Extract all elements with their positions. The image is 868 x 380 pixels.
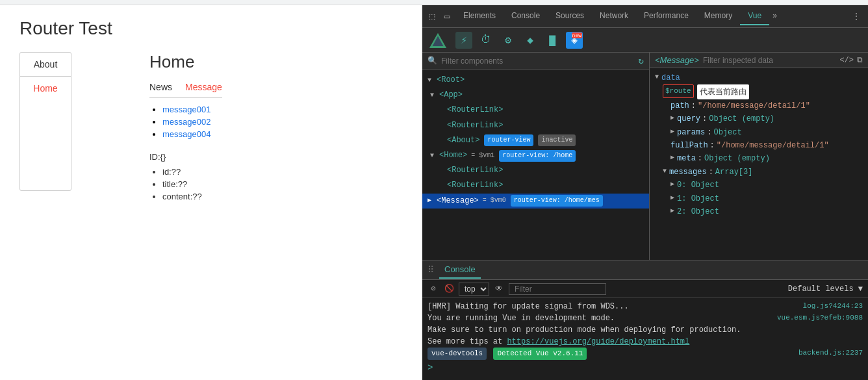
tree-item-message[interactable]: ▶ <Message> = $vm0 router-view: /home/me…: [422, 194, 649, 209]
drag-handle[interactable]: ⠿: [428, 264, 434, 275]
settings-tool-button[interactable]: ⚙: [500, 32, 517, 49]
expand-icon[interactable]: ▶: [670, 112, 674, 123]
console-text: [HMR] Waiting for update signal from WDS…: [428, 301, 797, 312]
console-source[interactable]: vue.esm.js?efeb:9088: [777, 312, 863, 324]
console-tab[interactable]: Console: [439, 261, 481, 279]
params-val: Object: [713, 126, 741, 139]
default-levels-dropdown[interactable]: Default levels ▼: [788, 285, 863, 294]
new-feature-button[interactable]: ◈ new: [566, 32, 583, 49]
tab-network[interactable]: Network: [592, 7, 636, 25]
message-link[interactable]: message002: [162, 117, 211, 127]
fullpath-val: "/home/message/detail/1": [717, 139, 829, 152]
tree-item-routerlink1[interactable]: <RouterLink>: [422, 103, 649, 118]
messages-type: Array[3]: [715, 166, 753, 179]
tab-console[interactable]: Console: [504, 7, 548, 25]
context-select[interactable]: top: [459, 283, 489, 296]
tree-item-routerlink3[interactable]: <RouterLink>: [422, 163, 649, 178]
query-key: query: [677, 112, 700, 125]
component-filter-input[interactable]: [441, 57, 635, 66]
message-link[interactable]: message004: [162, 129, 211, 139]
console-source[interactable]: backend.js:2237: [798, 348, 863, 360]
device-icon[interactable]: ▭: [440, 10, 453, 23]
arrow-icon: ▼: [428, 75, 435, 86]
console-filter-input[interactable]: [509, 283, 606, 295]
tab-sources[interactable]: Sources: [548, 7, 592, 25]
nav-about-button[interactable]: About: [20, 53, 71, 77]
app-panel: Router Test About Home Home News Message…: [0, 5, 422, 380]
console-toolbar: ⊘ 🚫 top 👁 Default levels ▼: [422, 280, 868, 298]
console-line-prod: Make sure to turn on production mode whe…: [428, 324, 863, 336]
code-icon[interactable]: </>: [839, 56, 854, 65]
nav-sidebar: About Home: [19, 52, 71, 191]
tree-item-about[interactable]: <About> router-view inactive: [422, 133, 649, 148]
console-source[interactable]: log.js?4244:23: [803, 301, 863, 312]
params-row: ▶ params : Object: [655, 126, 863, 139]
more-tabs-button[interactable]: »: [769, 12, 780, 21]
timeline-tool-button[interactable]: ⏱: [478, 32, 494, 49]
inspector-filter-input[interactable]: [703, 56, 836, 65]
tab-links: News Message: [149, 82, 222, 92]
message-link[interactable]: message001: [162, 105, 211, 114]
tab-vue[interactable]: Vue: [740, 7, 769, 25]
console-line-devtools: vue-devtools Detected Vue v2.6.11 backen…: [428, 348, 863, 360]
tab-memory[interactable]: Memory: [696, 7, 740, 25]
tab-news[interactable]: News: [149, 82, 172, 92]
expand-icon[interactable]: ▶: [670, 192, 674, 203]
console-tabs-bar: ⠿ Console: [422, 260, 868, 280]
vue-body: 🔍 ↻ ▼ <Root> ▼ <App>: [422, 53, 868, 260]
tree-item-routerlink4[interactable]: <RouterLink>: [422, 178, 649, 193]
data-root-row: ▼ data: [655, 71, 863, 84]
component-tree: 🔍 ↻ ▼ <Root> ▼ <App>: [422, 53, 650, 260]
expand-icon[interactable]: ▶: [670, 179, 674, 190]
copy-icon[interactable]: ⧉: [857, 56, 863, 65]
arrow-icon: ▼: [430, 151, 438, 161]
tree-tag: <Root>: [437, 74, 465, 86]
inspector-panel: <Message> </> ⧉ ▼ data $route: [650, 53, 868, 260]
router-view-home-badge: router-view: /home: [499, 150, 576, 162]
tree-item-routerlink2[interactable]: <RouterLink>: [422, 118, 649, 133]
vm-label: = $vm1: [471, 151, 494, 161]
tree-item-app[interactable]: ▼ <App>: [422, 88, 649, 103]
expand-icon[interactable]: ▶: [670, 205, 674, 216]
msg-1-row: ▶ 1: Object: [655, 192, 863, 205]
vue-logo-icon: [429, 31, 447, 49]
console-prompt-line: >: [428, 360, 863, 375]
inactive-badge: inactive: [538, 134, 576, 146]
message-list: message001 message002 message004: [149, 105, 222, 139]
console-text: See more tips at https://vuejs.org/guide…: [428, 336, 863, 348]
id-list: id:?? title:?? content:??: [149, 167, 222, 201]
components-tool-button[interactable]: ⚡: [455, 32, 472, 49]
tree-item-root[interactable]: ▼ <Root>: [422, 73, 649, 88]
tree-tag: <RouterLink>: [447, 104, 503, 116]
tab-performance[interactable]: Performance: [636, 7, 696, 25]
path-val: "/home/message/detail/1": [698, 99, 810, 112]
expand-icon[interactable]: ▶: [670, 126, 674, 137]
block-icon[interactable]: 🚫: [443, 283, 455, 295]
msg-2-row: ▶ 2: Object: [655, 205, 863, 218]
tree-tag: <Message>: [437, 195, 479, 207]
console-prompt[interactable]: >: [428, 361, 433, 375]
nav-home-button[interactable]: Home: [20, 77, 71, 100]
cursor-icon[interactable]: ⬚: [426, 10, 439, 23]
tree-item-home[interactable]: ▼ <Home> = $vm1 router-view: /home: [422, 148, 649, 163]
meta-key: meta: [677, 152, 696, 165]
expand-icon[interactable]: ▼: [663, 166, 667, 177]
refresh-icon[interactable]: ↻: [639, 55, 644, 66]
settings-icon[interactable]: ⋮: [850, 10, 863, 23]
vuex-tool-button[interactable]: ▇: [544, 32, 561, 49]
inspector-content: ▼ data $route 代表当前路由 path : "/home/messa…: [650, 68, 868, 260]
expand-icon[interactable]: ▶: [670, 152, 674, 163]
routes-tool-button[interactable]: ◆: [522, 32, 539, 49]
clear-console-button[interactable]: ⊘: [428, 283, 439, 295]
tab-message[interactable]: Message: [185, 82, 222, 92]
tab-elements[interactable]: Elements: [455, 7, 504, 25]
expand-icon[interactable]: ▼: [655, 71, 659, 82]
query-val: Object (empty): [709, 112, 774, 125]
console-text: vue-devtools Detected Vue v2.6.11: [428, 348, 792, 360]
list-item: message001: [162, 105, 222, 114]
console-text: You are running Vue in development mode.: [428, 312, 771, 324]
deployment-link[interactable]: https://vuejs.org/guide/deployment.html: [507, 337, 689, 346]
eye-icon[interactable]: 👁: [493, 283, 505, 295]
meta-val: Object (empty): [704, 152, 770, 165]
content-field: content:??: [162, 192, 222, 201]
